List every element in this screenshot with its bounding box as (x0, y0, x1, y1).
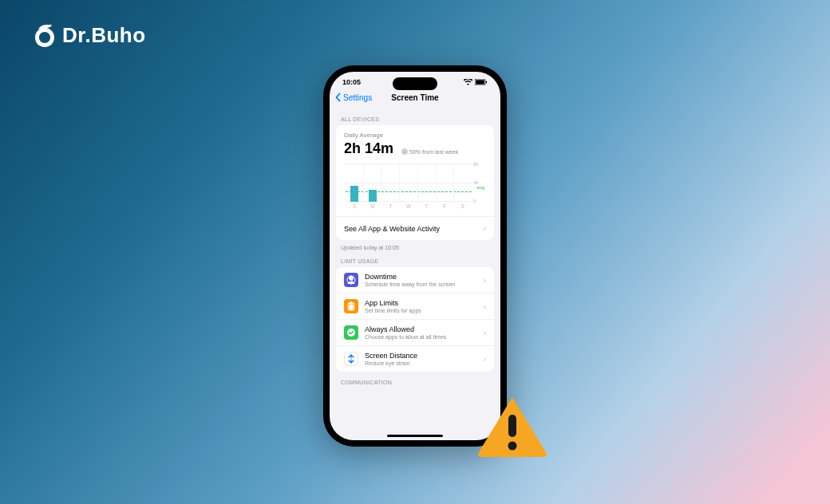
limit-usage-list: DowntimeSchedule time away from the scre… (336, 267, 494, 372)
always-icon (344, 325, 358, 340)
status-time: 10:05 (342, 78, 361, 86)
svg-rect-2 (486, 81, 487, 84)
dynamic-island (393, 77, 437, 90)
chart-bar (346, 163, 364, 202)
row-title: Screen Distance (365, 352, 477, 360)
row-title: Downtime (365, 273, 477, 281)
see-all-activity[interactable]: See All App & Website Activity › (336, 216, 494, 240)
battery-icon (475, 79, 488, 85)
chart-bar (454, 163, 472, 202)
limit-row-always[interactable]: Always AllowedChoose apps to allow at al… (336, 320, 494, 346)
row-subtitle: Reduce eye strain (365, 360, 477, 366)
section-limit-usage: LIMIT USAGE (336, 250, 494, 267)
back-button[interactable]: Settings (334, 93, 372, 102)
chevron-right-icon: › (484, 355, 486, 364)
page-title: Screen Time (391, 93, 438, 102)
limit-row-downtime[interactable]: DowntimeSchedule time away from the scre… (336, 267, 494, 293)
updated-label: Updated today at 10:05 (336, 240, 494, 250)
chevron-right-icon: › (484, 224, 486, 233)
chevron-left-icon (334, 93, 342, 102)
chart-bar (418, 163, 437, 202)
avg-label: avg (476, 185, 484, 190)
svg-rect-7 (508, 415, 516, 437)
wifi-icon (464, 79, 472, 85)
daily-average-card[interactable]: Daily Average 2h 14m ↓ 58% from last wee… (336, 125, 494, 240)
row-subtitle: Choose apps to allow at all times (365, 334, 477, 340)
row-title: Always Allowed (365, 325, 477, 333)
brand-logo: Dr.Buho (32, 22, 146, 48)
warning-icon (476, 395, 548, 459)
applimits-icon (344, 299, 358, 313)
chart-bar (364, 163, 382, 202)
chevron-right-icon: › (484, 302, 486, 311)
chart-bar (437, 163, 455, 202)
svg-rect-1 (476, 80, 484, 85)
chart-bar (381, 163, 400, 202)
home-indicator (387, 435, 443, 437)
daily-average-delta: ↓ 58% from last week (401, 148, 458, 155)
nav-header: Settings Screen Time (330, 88, 500, 108)
chevron-right-icon: › (484, 276, 486, 285)
daily-average-value: 2h 14m (344, 140, 393, 157)
downtime-icon (344, 273, 358, 287)
distance-icon (344, 352, 358, 366)
row-title: App Limits (365, 299, 477, 307)
svg-point-8 (508, 442, 517, 451)
phone-screen: 10:05 Settings Screen Time ALL DEVICES D… (330, 72, 500, 440)
chart-bar (400, 163, 418, 202)
row-subtitle: Set time limits for apps (365, 308, 477, 313)
back-label: Settings (343, 93, 372, 102)
daily-average-label: Daily Average (344, 132, 486, 139)
row-subtitle: Schedule time away from the screen (365, 282, 477, 287)
limit-row-applimits[interactable]: App LimitsSet time limits for apps› (336, 293, 494, 320)
section-all-devices: ALL DEVICES (336, 108, 494, 125)
section-communication: COMMUNICATION (336, 372, 494, 388)
limit-row-distance[interactable]: Screen DistanceReduce eye strain› (336, 346, 494, 372)
down-arrow-icon: ↓ (401, 148, 408, 155)
chevron-right-icon: › (484, 329, 486, 337)
owl-icon (32, 22, 57, 48)
phone-frame: 10:05 Settings Screen Time ALL DEVICES D… (323, 65, 507, 447)
brand-text: Dr.Buho (62, 23, 146, 48)
usage-chart: 8h 4h 0 avg SMTWTFS (346, 163, 484, 213)
